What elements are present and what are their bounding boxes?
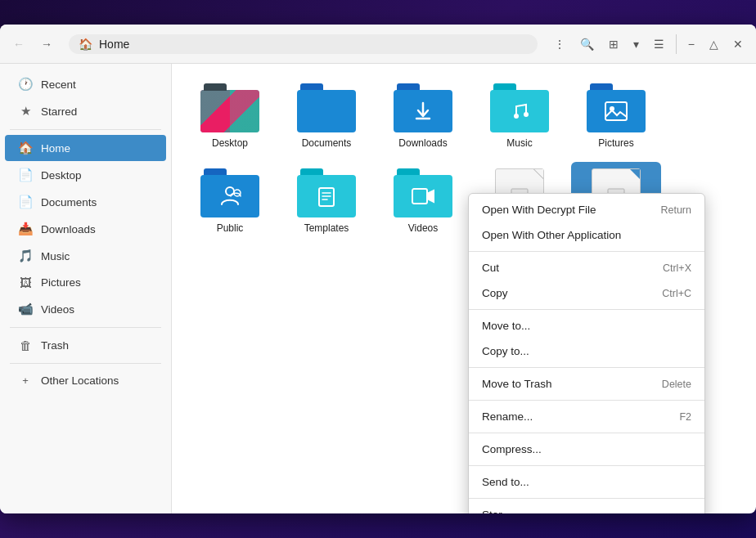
sidebar-item-starred[interactable]: ★ Starred — [5, 98, 166, 124]
sidebar-item-pictures[interactable]: 🖼 Pictures — [5, 270, 166, 295]
ctx-cut[interactable]: Cut Ctrl+X — [469, 255, 704, 280]
sidebar-label-desktop: Desktop — [41, 169, 82, 182]
ctx-divider-6 — [469, 465, 704, 466]
sidebar-item-downloads[interactable]: 📥 Downloads — [5, 216, 166, 242]
toolbar-divider — [676, 34, 677, 54]
file-item-templates[interactable]: Templates — [281, 162, 371, 250]
ctx-label-compress: Compress... — [482, 443, 542, 455]
sidebar-item-other-locations[interactable]: + Other Locations — [5, 369, 166, 392]
ctx-label-star: Star — [482, 509, 502, 513]
window-close-button[interactable]: ✕ — [727, 33, 749, 56]
ctx-label-send-to: Send to... — [482, 476, 529, 488]
window-minimize-button[interactable]: − — [682, 33, 701, 56]
file-item-downloads[interactable]: Downloads — [378, 77, 468, 155]
downloads-icon: 📥 — [18, 222, 33, 236]
address-bar[interactable]: 🏠 Home — [69, 34, 538, 54]
ctx-shortcut-cut: Ctrl+X — [663, 262, 691, 274]
ctx-label-open-other: Open With Other Application — [482, 229, 621, 241]
file-item-music[interactable]: Music — [475, 77, 565, 155]
videos-icon: 📹 — [18, 302, 33, 316]
toolbar: ← → 🏠 Home ⋮ 🔍 ⊞ ▾ ☰ − △ ✕ — [0, 25, 756, 64]
folder-icon-pictures — [587, 83, 646, 132]
svg-rect-11 — [412, 189, 427, 204]
ctx-send-to[interactable]: Send to... — [469, 469, 704, 495]
sidebar-item-home[interactable]: 🏠 Home — [5, 135, 166, 161]
ctx-star[interactable]: Star — [469, 502, 704, 513]
ctx-open-with-other[interactable]: Open With Other Application — [469, 222, 704, 248]
sidebar-item-desktop[interactable]: 📄 Desktop — [5, 162, 166, 188]
ctx-label-rename: Rename... — [482, 410, 533, 423]
recent-icon: 🕐 — [18, 77, 33, 92]
file-item-documents[interactable]: Documents — [281, 77, 371, 155]
forward-button[interactable]: → — [34, 33, 59, 56]
address-text: Home — [99, 38, 528, 51]
sidebar-item-recent[interactable]: 🕐 Recent — [5, 71, 166, 97]
ctx-move-to[interactable]: Move to... — [469, 313, 704, 338]
sidebar-label-music: Music — [41, 250, 70, 262]
pictures-icon: 🖼 — [18, 276, 33, 289]
file-label-music: Music — [506, 137, 532, 149]
folder-icon-templates — [297, 168, 356, 217]
sidebar-divider-3 — [10, 363, 161, 364]
ctx-label-open-decrypt: Open With Decrypt File — [482, 204, 596, 216]
folder-icon-downloads — [394, 83, 452, 132]
svg-point-2 — [524, 112, 529, 117]
svg-rect-3 — [605, 102, 627, 120]
sidebar-item-trash[interactable]: 🗑 Trash — [5, 333, 166, 358]
search-button[interactable]: 🔍 — [574, 33, 601, 56]
file-manager-window: ← → 🏠 Home ⋮ 🔍 ⊞ ▾ ☰ − △ ✕ 🕐 Recent ★ — [0, 25, 756, 513]
window-maximize-button[interactable]: △ — [703, 33, 725, 56]
sidebar-divider-1 — [10, 129, 161, 130]
file-label-public: Public — [217, 222, 244, 234]
toolbar-right: ⋮ 🔍 ⊞ ▾ ☰ − △ ✕ — [547, 33, 749, 56]
ctx-shortcut-f2: F2 — [679, 411, 691, 423]
sidebar-label-pictures: Pictures — [41, 276, 81, 289]
sidebar: 🕐 Recent ★ Starred 🏠 Home 📄 Desktop 📄 Do… — [0, 64, 172, 513]
file-item-public[interactable]: Public — [185, 162, 275, 250]
svg-point-1 — [514, 114, 519, 119]
content-area: 🕐 Recent ★ Starred 🏠 Home 📄 Desktop 📄 Do… — [0, 64, 756, 513]
ctx-shortcut-copy: Ctrl+C — [662, 288, 691, 299]
sidebar-label-downloads: Downloads — [41, 223, 96, 235]
sidebar-divider-2 — [10, 327, 161, 328]
folder-icon-public — [200, 168, 259, 217]
sidebar-label-starred: Starred — [41, 105, 77, 118]
file-corner-inner — [534, 169, 543, 178]
file-label-pictures: Pictures — [598, 137, 633, 149]
menu-dots-button[interactable]: ⋮ — [547, 33, 572, 56]
ctx-copy[interactable]: Copy Ctrl+C — [469, 280, 704, 306]
view-chevron-button[interactable]: ▾ — [627, 33, 646, 56]
ctx-rename[interactable]: Rename... F2 — [469, 404, 704, 429]
folder-icon-videos — [394, 168, 452, 217]
sidebar-item-documents[interactable]: 📄 Documents — [5, 189, 166, 215]
sidebar-item-music[interactable]: 🎵 Music — [5, 243, 166, 269]
ctx-label-move-to: Move to... — [482, 320, 530, 332]
ctx-compress[interactable]: Compress... — [469, 437, 704, 462]
file-label-desktop: Desktop — [212, 137, 248, 149]
file-label-documents: Documents — [302, 137, 352, 149]
sidebar-item-videos[interactable]: 📹 Videos — [5, 296, 166, 322]
ctx-divider-3 — [469, 367, 704, 368]
trash-icon: 🗑 — [18, 338, 33, 352]
home-sidebar-icon: 🏠 — [18, 141, 33, 155]
home-icon: 🏠 — [79, 38, 92, 51]
ctx-divider-4 — [469, 400, 704, 401]
sidebar-label-other-locations: Other Locations — [41, 374, 119, 387]
ctx-move-to-trash[interactable]: Move to Trash Delete — [469, 371, 704, 397]
file-label-templates: Templates — [304, 222, 349, 234]
music-icon: 🎵 — [18, 249, 33, 263]
folder-icon-documents — [297, 83, 356, 132]
ctx-divider-7 — [469, 498, 704, 499]
list-view-button[interactable]: ☰ — [647, 33, 671, 56]
file-item-desktop[interactable]: Desktop — [185, 77, 275, 155]
ctx-label-copy: Copy — [482, 287, 508, 299]
ctx-shortcut-return: Return — [660, 204, 691, 216]
folder-icon-music — [490, 83, 549, 132]
grid-view-button[interactable]: ⊞ — [602, 33, 625, 56]
ctx-open-with-decrypt[interactable]: Open With Decrypt File Return — [469, 197, 704, 222]
file-item-pictures[interactable]: Pictures — [571, 77, 661, 155]
ctx-copy-to[interactable]: Copy to... — [469, 338, 704, 364]
desktop-icon: 📄 — [18, 168, 33, 182]
file-item-videos[interactable]: Videos — [378, 162, 468, 250]
back-button[interactable]: ← — [7, 33, 31, 56]
